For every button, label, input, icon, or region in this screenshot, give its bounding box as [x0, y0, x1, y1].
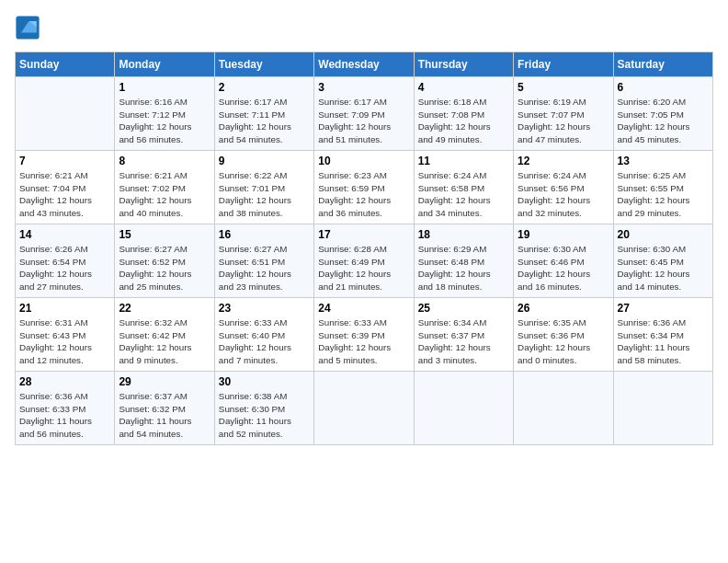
col-header-tuesday: Tuesday [214, 52, 313, 77]
calendar-cell: 20Sunrise: 6:30 AM Sunset: 6:45 PM Dayli… [613, 224, 712, 298]
day-number: 11 [418, 155, 509, 167]
col-header-wednesday: Wednesday [314, 52, 414, 77]
calendar-cell: 19Sunrise: 6:30 AM Sunset: 6:46 PM Dayli… [514, 224, 613, 298]
day-number: 6 [618, 81, 709, 94]
day-info: Sunrise: 6:24 AM Sunset: 6:56 PM Dayligh… [518, 169, 609, 220]
calendar-cell: 23Sunrise: 6:33 AM Sunset: 6:40 PM Dayli… [214, 298, 313, 372]
day-info: Sunrise: 6:29 AM Sunset: 6:48 PM Dayligh… [418, 243, 509, 293]
calendar-cell: 16Sunrise: 6:27 AM Sunset: 6:51 PM Dayli… [214, 224, 313, 298]
day-info: Sunrise: 6:25 AM Sunset: 6:55 PM Dayligh… [618, 169, 709, 220]
day-number: 1 [119, 81, 210, 94]
day-number: 29 [119, 375, 210, 388]
day-info: Sunrise: 6:26 AM Sunset: 6:54 PM Dayligh… [19, 243, 110, 293]
day-info: Sunrise: 6:21 AM Sunset: 7:02 PM Dayligh… [119, 169, 210, 220]
header [15, 15, 713, 40]
day-number: 9 [219, 155, 310, 167]
day-info: Sunrise: 6:22 AM Sunset: 7:01 PM Dayligh… [219, 169, 310, 220]
day-number: 12 [518, 155, 609, 167]
calendar-cell: 29Sunrise: 6:37 AM Sunset: 6:32 PM Dayli… [115, 372, 214, 445]
day-number: 15 [119, 228, 210, 241]
calendar-cell: 9Sunrise: 6:22 AM Sunset: 7:01 PM Daylig… [214, 151, 313, 224]
day-number: 13 [618, 155, 709, 167]
day-number: 20 [618, 228, 709, 241]
day-number: 22 [119, 302, 210, 315]
day-number: 10 [318, 155, 409, 167]
day-info: Sunrise: 6:30 AM Sunset: 6:46 PM Dayligh… [518, 243, 609, 293]
calendar-cell: 8Sunrise: 6:21 AM Sunset: 7:02 PM Daylig… [115, 151, 214, 224]
day-info: Sunrise: 6:36 AM Sunset: 6:33 PM Dayligh… [19, 390, 110, 441]
day-info: Sunrise: 6:18 AM Sunset: 7:08 PM Dayligh… [418, 96, 509, 146]
day-info: Sunrise: 6:24 AM Sunset: 6:58 PM Dayligh… [418, 169, 509, 220]
day-number: 27 [618, 302, 709, 315]
day-number: 14 [19, 228, 110, 241]
calendar-cell: 14Sunrise: 6:26 AM Sunset: 6:54 PM Dayli… [16, 224, 115, 298]
day-info: Sunrise: 6:33 AM Sunset: 6:40 PM Dayligh… [219, 316, 310, 367]
day-info: Sunrise: 6:17 AM Sunset: 7:09 PM Dayligh… [318, 96, 409, 146]
day-info: Sunrise: 6:34 AM Sunset: 6:37 PM Dayligh… [418, 316, 509, 367]
col-header-friday: Friday [514, 52, 613, 77]
day-number: 26 [518, 302, 609, 315]
col-header-sunday: Sunday [16, 52, 115, 77]
day-info: Sunrise: 6:27 AM Sunset: 6:52 PM Dayligh… [119, 243, 210, 293]
day-number: 8 [119, 155, 210, 167]
day-info: Sunrise: 6:37 AM Sunset: 6:32 PM Dayligh… [119, 390, 210, 441]
calendar-cell: 12Sunrise: 6:24 AM Sunset: 6:56 PM Dayli… [514, 151, 613, 224]
calendar-cell: 26Sunrise: 6:35 AM Sunset: 6:36 PM Dayli… [514, 298, 613, 372]
calendar-cell: 4Sunrise: 6:18 AM Sunset: 7:08 PM Daylig… [414, 77, 513, 151]
day-info: Sunrise: 6:28 AM Sunset: 6:49 PM Dayligh… [318, 243, 409, 293]
calendar-cell: 25Sunrise: 6:34 AM Sunset: 6:37 PM Dayli… [414, 298, 513, 372]
calendar-cell: 13Sunrise: 6:25 AM Sunset: 6:55 PM Dayli… [613, 151, 712, 224]
calendar-cell: 18Sunrise: 6:29 AM Sunset: 6:48 PM Dayli… [414, 224, 513, 298]
day-number: 24 [318, 302, 409, 315]
calendar-cell: 28Sunrise: 6:36 AM Sunset: 6:33 PM Dayli… [16, 372, 115, 445]
calendar-cell [16, 77, 115, 151]
day-number: 17 [318, 228, 409, 241]
col-header-thursday: Thursday [414, 52, 513, 77]
calendar-cell: 17Sunrise: 6:28 AM Sunset: 6:49 PM Dayli… [314, 224, 414, 298]
calendar-cell [314, 372, 414, 445]
day-info: Sunrise: 6:36 AM Sunset: 6:34 PM Dayligh… [618, 316, 709, 367]
day-number: 23 [219, 302, 310, 315]
day-info: Sunrise: 6:21 AM Sunset: 7:04 PM Dayligh… [19, 169, 110, 220]
calendar-cell: 24Sunrise: 6:33 AM Sunset: 6:39 PM Dayli… [314, 298, 414, 372]
day-info: Sunrise: 6:16 AM Sunset: 7:12 PM Dayligh… [119, 96, 210, 146]
day-info: Sunrise: 6:27 AM Sunset: 6:51 PM Dayligh… [219, 243, 310, 293]
day-info: Sunrise: 6:20 AM Sunset: 7:05 PM Dayligh… [618, 96, 709, 146]
calendar-cell: 21Sunrise: 6:31 AM Sunset: 6:43 PM Dayli… [16, 298, 115, 372]
day-number: 7 [19, 155, 110, 167]
calendar-cell: 10Sunrise: 6:23 AM Sunset: 6:59 PM Dayli… [314, 151, 414, 224]
logo-icon [15, 15, 40, 40]
calendar-cell: 6Sunrise: 6:20 AM Sunset: 7:05 PM Daylig… [613, 77, 712, 151]
day-info: Sunrise: 6:30 AM Sunset: 6:45 PM Dayligh… [618, 243, 709, 293]
day-info: Sunrise: 6:31 AM Sunset: 6:43 PM Dayligh… [19, 316, 110, 367]
calendar-cell: 3Sunrise: 6:17 AM Sunset: 7:09 PM Daylig… [314, 77, 414, 151]
calendar-cell: 30Sunrise: 6:38 AM Sunset: 6:30 PM Dayli… [214, 372, 313, 445]
calendar-cell [514, 372, 613, 445]
calendar-cell [613, 372, 712, 445]
col-header-monday: Monday [115, 52, 214, 77]
col-header-saturday: Saturday [613, 52, 712, 77]
day-number: 28 [19, 375, 110, 388]
calendar-cell: 27Sunrise: 6:36 AM Sunset: 6:34 PM Dayli… [613, 298, 712, 372]
calendar-table: SundayMondayTuesdayWednesdayThursdayFrid… [15, 52, 713, 445]
logo [15, 15, 44, 40]
calendar-cell: 22Sunrise: 6:32 AM Sunset: 6:42 PM Dayli… [115, 298, 214, 372]
day-info: Sunrise: 6:23 AM Sunset: 6:59 PM Dayligh… [318, 169, 409, 220]
day-number: 25 [418, 302, 509, 315]
day-info: Sunrise: 6:32 AM Sunset: 6:42 PM Dayligh… [119, 316, 210, 367]
calendar-cell [414, 372, 513, 445]
day-info: Sunrise: 6:19 AM Sunset: 7:07 PM Dayligh… [518, 96, 609, 146]
day-number: 21 [19, 302, 110, 315]
calendar-cell: 1Sunrise: 6:16 AM Sunset: 7:12 PM Daylig… [115, 77, 214, 151]
day-number: 2 [219, 81, 310, 94]
day-number: 4 [418, 81, 509, 94]
day-number: 3 [318, 81, 409, 94]
calendar-cell: 2Sunrise: 6:17 AM Sunset: 7:11 PM Daylig… [214, 77, 313, 151]
calendar-cell: 15Sunrise: 6:27 AM Sunset: 6:52 PM Dayli… [115, 224, 214, 298]
day-number: 5 [518, 81, 609, 94]
calendar-cell: 5Sunrise: 6:19 AM Sunset: 7:07 PM Daylig… [514, 77, 613, 151]
day-number: 16 [219, 228, 310, 241]
day-info: Sunrise: 6:17 AM Sunset: 7:11 PM Dayligh… [219, 96, 310, 146]
day-info: Sunrise: 6:35 AM Sunset: 6:36 PM Dayligh… [518, 316, 609, 367]
day-number: 19 [518, 228, 609, 241]
